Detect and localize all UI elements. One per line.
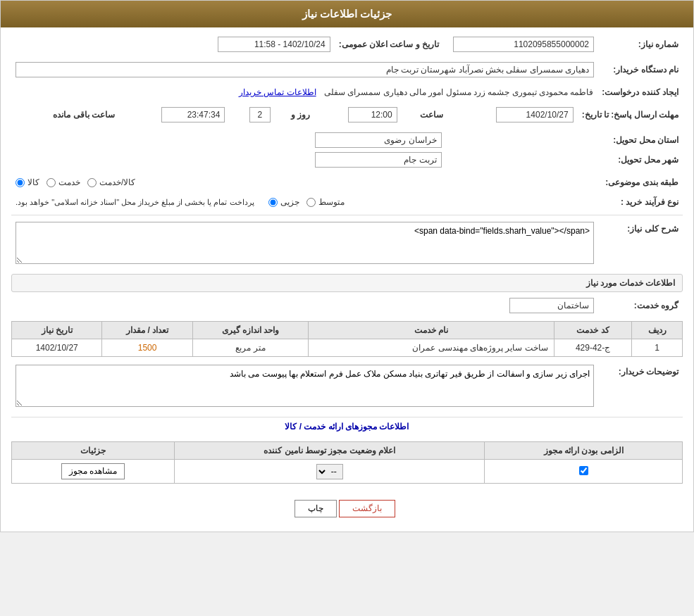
group-label: گروه خدمت:: [598, 296, 683, 315]
khadamat-section-header: اطلاعات خدمات مورد نیاز: [11, 274, 683, 292]
nav-motovaset-radio[interactable]: [306, 198, 316, 207]
ejadKonande-value: فاطمه محمودی تیموری جشمه زرد مسئول امور …: [324, 87, 593, 97]
vaziat-select[interactable]: --: [316, 464, 343, 479]
col-tedad: تعداد / مقدار: [102, 322, 192, 339]
view-license-button[interactable]: مشاهده مجوز: [61, 463, 125, 479]
mohlat-roz-label: روز و: [275, 105, 313, 125]
tabaqe-kalaKhedmat-label: کالا/خدمت: [99, 177, 135, 187]
table-row: 1ج-42-429ساخت سایر پروژه‌های مهندسی عمرا…: [12, 339, 683, 357]
sharh-textarea[interactable]: <span data-bind="fields.sharh_value"></s…: [16, 222, 594, 264]
nav-jozee-label: جزیی: [280, 197, 299, 207]
mohlat-remaining: 23:47:34: [161, 107, 225, 122]
toseih-textarea[interactable]: [16, 365, 594, 407]
shahr-value: تربت جام: [315, 152, 442, 168]
button-row: بازگشت چاپ: [11, 489, 683, 524]
col-tarikh: تاریخ نیاز: [12, 322, 102, 339]
tabaqe-kala-label: کالا: [27, 177, 39, 187]
group-value: ساختمان: [509, 298, 594, 313]
shahr-label: شهر محل تحویل:: [446, 150, 683, 170]
back-button[interactable]: بازگشت: [339, 500, 395, 517]
tabaqe-kala-radio[interactable]: [16, 178, 25, 187]
tabaqe-khedmat-label: خدمت: [58, 177, 80, 187]
namDastgah-label: نام دستگاه خریدار:: [598, 60, 683, 80]
sharh-label: شرح کلی نیاز:: [598, 220, 683, 268]
tabaqe-khedmat-radio[interactable]: [47, 178, 56, 187]
nav-jozee-radio[interactable]: [268, 198, 278, 207]
mohlat-date: 1402/10/27: [496, 107, 574, 122]
nav-motovaset-label: متوسط: [318, 197, 345, 207]
nav-note: پرداخت تمام یا بخشی از مبلغ خریداز محل "…: [16, 198, 254, 207]
tarikh-value: 1402/10/24 - 11:58: [218, 37, 330, 52]
tarikh-label: تاریخ و ساعت اعلان عمومی:: [335, 34, 443, 54]
shomareNiaz-value: 1102095855000002: [453, 37, 594, 52]
toseih-label: توضیحات خریدار:: [598, 363, 683, 411]
page-title: جزئیات اطلاعات نیاز: [302, 8, 392, 20]
col-kod: کد خدمت: [554, 322, 632, 339]
mohlat-label: مهلت ارسال پاسخ: تا تاریخ:: [578, 105, 683, 125]
page-header: جزئیات اطلاعات نیاز: [1, 1, 693, 27]
ostan-label: استان محل تحویل:: [446, 130, 683, 150]
license-table: الزامی بودن ارائه مجوز اعلام وضعیت مجوز …: [11, 441, 683, 484]
mohlat-remaining-label: ساعت باقی مانده: [11, 105, 119, 125]
mohlat-roz: 2: [249, 107, 271, 122]
col-radif: ردیف: [632, 322, 683, 339]
tabaqe-kalaKhedmat-radio[interactable]: [87, 178, 97, 187]
col-joziat: جزئیات: [12, 442, 175, 460]
col-elzami: الزامی بودن ارائه مجوز: [485, 442, 683, 460]
col-name: نام خدمت: [309, 322, 554, 339]
print-button[interactable]: چاپ: [295, 500, 337, 517]
mohlat-time: 12:00: [348, 107, 397, 122]
tabaqe-label: طبقه بندی موضوعی:: [598, 175, 683, 189]
col-vaziat: اعلام وضعیت مجوز توسط نامین کننده: [175, 442, 485, 460]
ostan-value: خراسان رضوی: [315, 132, 442, 148]
contact-info-link[interactable]: اطلاعات تماس خریدار: [239, 87, 316, 97]
mojozat-section-title: اطلاعات مجوزهای ارائه خدمت / کالا: [11, 417, 683, 436]
table-row: --مشاهده مجوز: [12, 460, 683, 484]
shomareNiaz-label: شماره نیاز:: [598, 34, 683, 54]
mohlat-time-label: ساعت: [402, 105, 446, 125]
navFarayand-label: نوع فرآیند خرید :: [598, 195, 683, 209]
namDastgah-value: دهیاری سمسرای سفلی بخش نصرآباد شهرستان ت…: [16, 62, 594, 77]
elzami-checkbox[interactable]: [579, 466, 588, 475]
services-table: ردیف کد خدمت نام خدمت واحد اندازه گیری ت…: [11, 321, 683, 357]
ejadKonande-label: ایجاد کننده درخواست:: [597, 85, 683, 99]
col-vahed: واحد اندازه گیری: [192, 322, 308, 339]
